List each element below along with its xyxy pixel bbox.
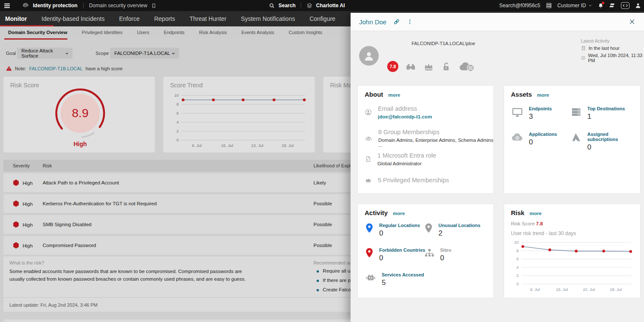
top-destinations-link[interactable]: Top Destinations: [587, 106, 625, 111]
nav-item-threat-hunter[interactable]: Threat Hunter: [189, 15, 226, 22]
applications-link[interactable]: Applications: [529, 132, 557, 137]
risk-more-link[interactable]: more: [530, 211, 542, 216]
activity-services-accessed: Services Accessed 5: [365, 272, 424, 287]
app-title: Identity protection: [33, 3, 78, 9]
tab-events-analysis[interactable]: Events Analysis: [241, 30, 274, 35]
tab-risk-analysis[interactable]: Risk Analysis: [199, 30, 227, 35]
nav-item-reports[interactable]: Reports: [154, 15, 175, 22]
search-scope-label[interactable]: Search@f0f956c5: [499, 3, 540, 9]
pin-gray-icon: [424, 223, 433, 234]
likelihood: Possible: [313, 201, 332, 206]
tab-endpoints[interactable]: Endpoints: [164, 30, 185, 35]
breadcrumb[interactable]: Domain security overview: [89, 3, 148, 9]
svg-text:2: 2: [516, 273, 519, 278]
about-more-link[interactable]: more: [388, 92, 400, 98]
messages-icon[interactable]: [609, 2, 616, 9]
email-link[interactable]: jdoe@falconidp-t1.com: [378, 114, 432, 119]
activity-card: Activity more Regular Locations 0 Unusua…: [357, 204, 494, 298]
scope-select[interactable]: FALCONIDP-T1A.LOCAL: [110, 48, 179, 59]
tab-domain-security-overview[interactable]: Domain Security Overview: [8, 30, 67, 35]
about-entra-item: 1 Microsoft Entra role Global Administra…: [365, 152, 436, 166]
about-groups-item: 8 Group Memberships Domain Admins, Enter…: [365, 129, 493, 148]
regular-locations-link[interactable]: Regular Locations: [379, 223, 420, 228]
search-icon: [269, 3, 275, 9]
assets-more-link[interactable]: more: [537, 92, 549, 98]
cloud-gear-icon: [511, 132, 524, 143]
risk-score-number: 7.8: [536, 221, 543, 226]
building-icon: [581, 46, 586, 51]
services-accessed-link[interactable]: Services Accessed: [382, 272, 424, 277]
risk-score-line: Risk Score 7.8: [511, 221, 543, 226]
svg-text:10: 10: [514, 240, 519, 244]
api-code-icon[interactable]: [621, 2, 629, 9]
nav-item-system-notifications[interactable]: System Notifications: [241, 15, 295, 22]
caret-down-icon: [171, 51, 176, 56]
search-button[interactable]: Search: [278, 3, 296, 9]
crown-icon: [365, 177, 372, 184]
link-icon[interactable]: [393, 18, 400, 25]
about-title: About: [365, 91, 383, 98]
pin-blue-icon: [365, 223, 374, 234]
close-icon[interactable]: [629, 18, 635, 25]
activity-forbidden-countries: Forbidden Countries 0: [365, 247, 425, 262]
forbidden-countries-link[interactable]: Forbidden Countries: [379, 247, 425, 253]
score-trend-card-title: Score Trend: [170, 82, 203, 89]
sites-value: 0: [440, 254, 451, 262]
user-detail-panel: John Doe FALCONIDP-T1A.LOCAL\jdoe 7.8: [351, 13, 644, 322]
severity-high-icon: [13, 242, 19, 249]
panel-header: John Doe: [351, 13, 644, 31]
panel-user-name[interactable]: John Doe: [359, 18, 386, 26]
goal-select[interactable]: Reduce Attack Surface: [17, 48, 73, 59]
identity-protection-app: Identity protection Domain security over…: [0, 0, 644, 322]
azure-icon: [570, 132, 582, 143]
active-nav-underline: [0, 25, 54, 26]
note-suffix: have a high score: [86, 66, 123, 71]
likelihood: Likely: [313, 180, 326, 185]
svg-text:0: 0: [516, 282, 519, 286]
activity-more-link[interactable]: more: [393, 211, 405, 216]
risk-description: Some enabled accounts have passwords tha…: [9, 267, 257, 283]
svg-text:29. Jul: 29. Jul: [610, 287, 622, 292]
tab-privileged-identities[interactable]: Privileged Identities: [82, 30, 122, 35]
svg-text:8: 8: [177, 102, 179, 106]
svg-text:8: 8: [516, 248, 519, 253]
user-risk-badge[interactable]: 7.8: [387, 61, 398, 72]
customer-id-dropdown[interactable]: Customer ID: [557, 3, 592, 9]
nav-item-configure[interactable]: Configure: [310, 15, 336, 22]
goal-label: Goal: [6, 51, 16, 56]
tab-custom-insights[interactable]: Custom Insights: [289, 30, 322, 35]
nav-item-enforce[interactable]: Enforce: [119, 15, 139, 22]
assets-assigned-subscriptions: Assigned subscriptions 0: [570, 132, 640, 152]
nav-item-monitor[interactable]: Monitor: [5, 15, 27, 22]
groups-label: 8 Group Memberships: [378, 129, 493, 135]
fingerprint-shield-icon: [22, 2, 29, 9]
unusual-locations-value: 2: [438, 229, 480, 238]
likelihood: Possible: [313, 243, 332, 248]
nav-item-identity-based-incidents[interactable]: Identity-based Incidents: [41, 15, 104, 22]
note-domain-link[interactable]: FALCONIDP-T1B.LOCAL: [29, 66, 82, 71]
user-attribute-icons: [405, 61, 475, 72]
bookmark-icon[interactable]: [151, 3, 157, 9]
charlotte-ai-button[interactable]: Charlotte AI: [316, 3, 345, 9]
notifications-bell-icon[interactable]: [598, 3, 604, 9]
kebab-menu-icon[interactable]: [407, 18, 413, 25]
unusual-locations-link[interactable]: Unusual Locations: [438, 223, 480, 228]
endpoints-link[interactable]: Endpoints: [529, 106, 552, 111]
bullet-icon: ●: [316, 278, 319, 283]
activity-unusual-locations: Unusual Locations 2: [424, 223, 480, 238]
user-avatar-icon[interactable]: [635, 2, 641, 9]
pin-red-icon: [365, 247, 374, 259]
risk-card: Risk more Risk Score 7.8 User risk trend…: [504, 204, 641, 298]
score-trend-chart: 02468108. Jul15. Jul22. Jul29. Jul: [168, 92, 310, 150]
services-accessed-value: 5: [382, 279, 424, 287]
assigned-subscriptions-link[interactable]: Assigned subscriptions: [587, 132, 640, 142]
tab-users[interactable]: Users: [137, 30, 149, 35]
svg-text:15. Jul: 15. Jul: [556, 287, 568, 292]
entra-role-value: Global Administrator: [377, 161, 436, 166]
severity-high-icon: [13, 221, 19, 228]
host-group-icon[interactable]: [545, 2, 552, 9]
email-label: Email address: [378, 105, 432, 112]
menu-icon[interactable]: [3, 2, 11, 9]
regular-locations-value: 0: [379, 229, 420, 238]
groups-value: Domain Admins, Enterprise Admins, Schema…: [378, 138, 493, 148]
